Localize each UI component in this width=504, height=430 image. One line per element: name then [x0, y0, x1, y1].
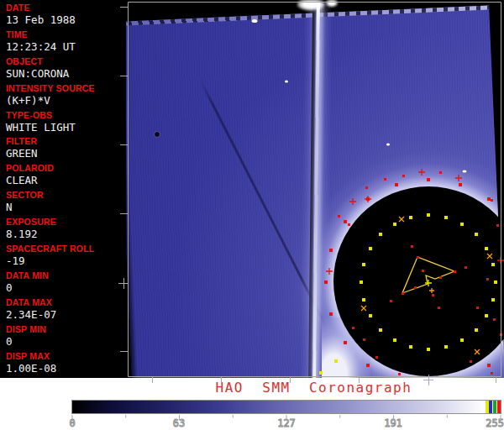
field-row-disp-max: DISP MAX1.00E-08	[6, 351, 126, 378]
field-label: INTENSITY SOURCE	[6, 83, 126, 93]
field-row-type-obs: TYPE-OBSWHITE LIGHT	[6, 110, 126, 137]
field-value: N	[6, 201, 126, 214]
field-label: OBJECT	[6, 56, 126, 66]
field-row-time: TIME12:23:24 UT	[6, 29, 126, 56]
plot-title: HAO SMM Coronagraph	[126, 380, 501, 396]
field-label: TIME	[6, 29, 126, 39]
field-value: 8.192	[6, 228, 126, 241]
field-value: 13 Feb 1988	[6, 13, 126, 27]
field-row-intensity-source: INTENSITY SOURCE(K+F)*V	[6, 83, 126, 110]
field-label: DATE	[6, 3, 126, 13]
colorbar-tick-label: 127	[268, 417, 305, 429]
field-row-sector: SECTORN	[6, 190, 126, 217]
field-row-disp-min: DISP MIN0	[6, 324, 126, 351]
field-row-data-max: DATA MAX2.34E-07	[6, 297, 126, 324]
field-value: (K+F)*V	[6, 94, 126, 108]
field-value: 0	[6, 281, 126, 295]
field-value: 12:23:24 UT	[6, 40, 126, 54]
app-window: DATE13 Feb 1988 TIME12:23:24 UT OBJECTSU…	[0, 0, 504, 430]
field-label: SPACECRAFT ROLL	[6, 244, 126, 254]
field-row-exposure: EXPOSURE8.192	[6, 217, 126, 244]
field-label: EXPOSURE	[6, 217, 126, 227]
field-value: GREEN	[6, 147, 126, 160]
field-label: TYPE-OBS	[6, 110, 126, 120]
field-value: -19	[6, 254, 126, 268]
field-label: DISP MIN	[6, 324, 126, 334]
field-label: SECTOR	[6, 190, 126, 200]
field-label: DATA MAX	[6, 297, 126, 307]
field-label: POLAROID	[6, 163, 126, 173]
field-value: 2.34E-07	[6, 308, 126, 322]
field-label: DISP MAX	[6, 351, 126, 361]
star-marker-overlay	[126, 0, 504, 376]
field-label: DATA MIN	[6, 270, 126, 281]
field-value: 1.00E-08	[6, 362, 126, 375]
colorbar-gradient	[72, 401, 501, 413]
field-value: 0	[6, 335, 126, 349]
field-value: SUN:CORONA	[6, 67, 126, 81]
colorbar-tick-label: 0	[54, 417, 91, 429]
colorbar-tick-label: 255	[467, 417, 504, 429]
coronagraph-display	[126, 0, 504, 378]
field-row-filter: FILTERGREEN	[6, 136, 126, 163]
field-row-spacecraft-roll: SPACECRAFT ROLL-19	[6, 244, 126, 270]
field-row-data-min: DATA MIN0	[6, 270, 126, 297]
field-row-polaroid: POLAROIDCLEAR	[6, 163, 126, 190]
field-label: FILTER	[6, 136, 126, 146]
field-row-object: OBJECTSUN:CORONA	[6, 56, 126, 83]
colorbar-tick-label: 63	[160, 417, 197, 429]
field-row-date: DATE13 Feb 1988	[6, 3, 126, 29]
field-value: WHITE LIGHT	[6, 121, 126, 134]
colorbar-tick-label: 191	[375, 417, 412, 429]
field-value: CLEAR	[6, 174, 126, 187]
metadata-sidebar: DATE13 Feb 1988 TIME12:23:24 UT OBJECTSU…	[0, 0, 126, 378]
bottom-strip: HAO SMM Coronagraph 0 63 127 191 255	[0, 378, 504, 430]
colorbar	[71, 400, 501, 414]
